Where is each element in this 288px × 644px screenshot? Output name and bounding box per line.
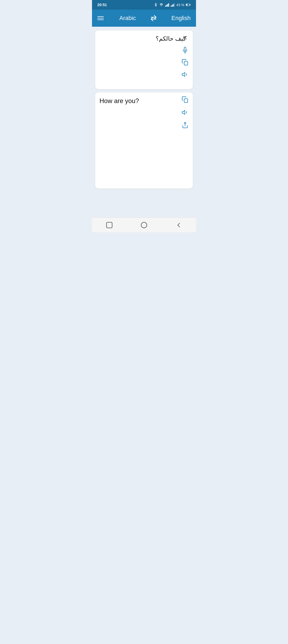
bluetooth-icon — [154, 3, 158, 7]
nav-bar — [92, 217, 196, 232]
menu-button[interactable] — [97, 16, 105, 20]
clear-button[interactable] — [181, 34, 189, 42]
svg-rect-16 — [107, 222, 112, 228]
square-icon — [106, 221, 113, 229]
hamburger-line-1 — [97, 16, 104, 17]
source-card-icons — [181, 34, 189, 78]
status-icons: 43 % — [154, 3, 191, 7]
svg-rect-13 — [184, 99, 188, 103]
speaker-icon — [182, 71, 189, 78]
svg-marker-12 — [182, 72, 185, 76]
status-time: 20:51 — [97, 3, 107, 7]
battery-icon — [186, 3, 191, 7]
back-icon — [175, 221, 182, 229]
main-content: كيف حالكم؟ — [92, 27, 196, 217]
copy-source-button[interactable] — [181, 58, 189, 66]
circle-icon — [140, 221, 148, 229]
microphone-icon — [182, 46, 189, 53]
back-button[interactable] — [173, 220, 184, 230]
target-text: How are you? — [99, 97, 139, 104]
source-text-area[interactable]: كيف حالكم؟ — [99, 35, 189, 43]
toolbar: Arabic English — [92, 10, 196, 27]
speak-target-button[interactable] — [181, 108, 189, 116]
swap-languages-button[interactable] — [150, 14, 157, 22]
svg-rect-11 — [184, 61, 188, 65]
svg-marker-14 — [182, 110, 185, 114]
hamburger-line-2 — [97, 18, 104, 18]
signal-bars-2 — [171, 3, 175, 7]
speaker-icon — [182, 109, 189, 116]
speak-source-button[interactable] — [181, 70, 189, 78]
source-card: كيف حالكم؟ — [95, 30, 193, 89]
close-icon — [182, 35, 188, 41]
share-icon — [182, 122, 189, 129]
svg-point-17 — [141, 222, 147, 228]
hamburger-line-3 — [97, 19, 104, 20]
source-top: كيف حالكم؟ — [99, 35, 189, 43]
svg-point-0 — [161, 6, 162, 6]
svg-rect-8 — [184, 47, 186, 50]
copy-icon — [182, 59, 189, 66]
swap-icon — [150, 14, 157, 22]
source-language-button[interactable]: Arabic — [119, 15, 136, 22]
battery-percent: 43 % — [176, 3, 184, 7]
copy-target-button[interactable] — [181, 96, 189, 104]
status-bar: 20:51 43 % — [92, 0, 196, 10]
wifi-icon — [159, 3, 163, 7]
target-card: How are you? — [95, 92, 193, 189]
copy-icon — [182, 96, 189, 103]
target-card-icons — [181, 96, 189, 129]
share-target-button[interactable] — [181, 121, 189, 129]
microphone-button[interactable] — [181, 46, 189, 54]
signal-bars-1 — [165, 3, 169, 7]
recent-apps-button[interactable] — [104, 220, 115, 230]
target-language-button[interactable]: English — [171, 15, 191, 22]
home-button[interactable] — [139, 220, 149, 230]
